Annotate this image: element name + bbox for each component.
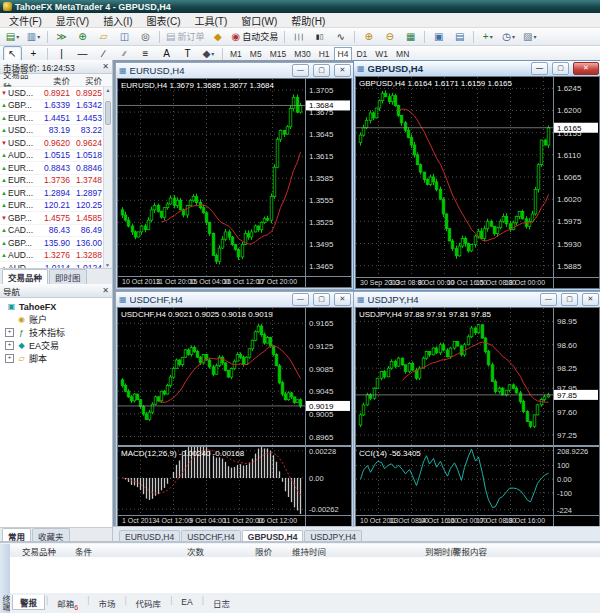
terminal-tab-3[interactable]: 代码库 (128, 595, 170, 611)
navigator-item-0[interactable]: ▣TahoeFX (0, 300, 112, 313)
market-watch-row[interactable]: ▲EUR...1.28941.2897 (0, 187, 112, 200)
new-order-button[interactable]: ▤新订单 (164, 29, 206, 45)
close-icon[interactable]: ✕ (102, 286, 109, 295)
templates-button[interactable]: ▨▾ (520, 29, 539, 45)
profiles-button[interactable]: ▥▾ (24, 29, 43, 45)
tile-windows-button[interactable]: ▦ (401, 29, 420, 45)
minimize-button[interactable]: — (531, 62, 548, 75)
maximize-button[interactable]: ▢ (561, 293, 578, 306)
market-watch-row[interactable]: ▲AUD...1.01141.0124 (0, 262, 112, 268)
minimize-button[interactable]: — (540, 293, 557, 306)
bar-chart-button[interactable]: ∣∣∣ (289, 29, 308, 45)
terminal-column-6[interactable]: 警报内容 (453, 545, 487, 557)
navigator-item-4[interactable]: +▱脚本 (0, 352, 112, 365)
market-watch-scrollbar[interactable]: ▲▼ (103, 87, 112, 268)
chart-shift-button[interactable]: ≫ (52, 29, 71, 45)
cascade-windows-button[interactable]: ▣ (429, 29, 448, 45)
terminal-column-3[interactable]: 限价 (255, 545, 272, 557)
market-watch-row[interactable]: ▲AUD...1.32761.3288 (0, 250, 112, 263)
indicators-window-button[interactable]: ◫ (115, 29, 134, 45)
terminal-tab-0[interactable]: 警报 (12, 595, 45, 610)
terminal-tab-5[interactable]: 日志 (205, 595, 238, 611)
chevron-down-icon[interactable]: ▾ (512, 31, 515, 43)
metaeditor-button[interactable]: ◆ (208, 29, 227, 45)
autotrading-button[interactable]: ◉自动交易 (229, 29, 280, 45)
close-button[interactable]: ✕ (582, 293, 599, 306)
menu-item-0[interactable]: 文件(F) (2, 13, 49, 28)
chart-window-titlebar[interactable]: ▦GBPUSD,H4—▢✕ (354, 61, 600, 76)
market-watch-row[interactable]: ▲GBP...1.63391.6342 (0, 100, 112, 113)
chart-window-usdchf[interactable]: ▦USDCHF,H4—▢✕0.91650.91250.90850.90450.9… (115, 291, 354, 529)
market-watch-row[interactable]: ▲EUR...1.44511.4453 (0, 112, 112, 125)
chevron-down-icon[interactable]: ▾ (211, 48, 214, 60)
new-chart-button[interactable]: ▤▾ (3, 29, 22, 45)
market-watch-row[interactable]: ▼USD...0.89210.8925 (0, 87, 112, 100)
add-indicator-button[interactable]: +▾ (478, 29, 497, 45)
menu-item-2[interactable]: 插入(I) (96, 13, 139, 28)
expand-icon[interactable]: + (5, 341, 14, 350)
navigator-item-3[interactable]: +◆EA交易 (0, 339, 112, 352)
chevron-down-icon[interactable]: ▾ (490, 31, 493, 43)
chevron-down-icon[interactable]: ▾ (16, 31, 19, 43)
market-watch-row[interactable]: ▼USD...0.96200.9624 (0, 137, 112, 150)
market-watch-row[interactable]: ▲EUR...0.88430.8846 (0, 162, 112, 175)
zoom-window-icon: ◎ (141, 31, 150, 43)
market-watch-row[interactable]: ▲AUD...1.05151.0518 (0, 150, 112, 163)
terminal-tab-1[interactable]: 邮箱6 (49, 595, 86, 613)
chart-area[interactable]: 1.62451.62001.61551.61101.60651.60201.59… (355, 76, 600, 289)
chart-area[interactable]: 98.9598.6098.2597.9597.6097.2597.85USDJP… (355, 307, 600, 527)
maximize-button[interactable]: ▢ (552, 62, 569, 75)
chevron-down-icon[interactable]: ▾ (37, 31, 40, 43)
close-button[interactable]: ✕ (573, 62, 599, 75)
objects-list-button[interactable]: ▱ (94, 29, 113, 45)
minimize-button[interactable]: — (292, 293, 309, 306)
periods-button[interactable]: ◷▾ (499, 29, 518, 45)
zoom-window-button[interactable]: ◎ (136, 29, 155, 45)
terminal-column-2[interactable]: 次数 (187, 545, 204, 557)
market-watch-row[interactable]: ▲EUR...120.21120.25 (0, 200, 112, 213)
market-watch-tab-1[interactable]: 即时图 (49, 269, 87, 284)
market-watch-row[interactable]: ▲CAD...86.4386.49 (0, 225, 112, 238)
terminal-column-0[interactable]: 交易品种 (22, 545, 56, 557)
terminal-column-4[interactable]: 维持时间 (292, 545, 326, 557)
expand-icon[interactable]: + (5, 328, 14, 337)
close-button[interactable]: ✕ (334, 293, 351, 306)
zoom-out-button[interactable]: ⊖ (380, 29, 399, 45)
chart-window-titlebar[interactable]: ▦USDJPY,H4—▢✕ (354, 292, 600, 307)
candle-chart-button[interactable]: ▮▯ (310, 29, 329, 45)
chart-area[interactable]: 0.91650.91250.90850.90450.90050.89650.90… (117, 307, 352, 527)
navigator-item-1[interactable]: ◉账户 (0, 313, 112, 326)
chart-window-titlebar[interactable]: ▦USDCHF,H4—▢✕ (116, 292, 353, 307)
terminal-column-1[interactable]: 条件 (75, 545, 92, 557)
close-button[interactable]: ✕ (334, 64, 351, 77)
menu-item-4[interactable]: 工具(T) (187, 13, 234, 28)
chart-window-eurusd[interactable]: ▦EURUSD,H4—▢✕1.37051.36751.36451.36151.3… (115, 62, 354, 290)
market-watch-row[interactable]: ▼GBP...1.45751.4585 (0, 212, 112, 225)
minimize-button[interactable]: — (292, 64, 309, 77)
chart-window-titlebar[interactable]: ▦EURUSD,H4—▢✕ (116, 63, 353, 78)
chart-area[interactable]: 1.37051.36751.36451.36151.35851.35551.35… (117, 78, 352, 288)
arrange-windows-button[interactable]: ▤ (450, 29, 469, 45)
market-watch-row[interactable]: ▲GBP...135.90136.00 (0, 237, 112, 250)
menu-item-5[interactable]: 窗口(W) (234, 13, 284, 28)
maximize-button[interactable]: ▢ (313, 64, 330, 77)
expand-icon[interactable]: + (5, 354, 14, 363)
autoscroll-button[interactable]: ⊕ (73, 29, 92, 45)
menu-item-1[interactable]: 显示(V) (49, 13, 96, 28)
market-watch-row[interactable]: ▲EUR...1.37361.3748 (0, 175, 112, 188)
menu-item-3[interactable]: 图表(C) (140, 13, 188, 28)
terminal-tab-4[interactable]: EA (173, 595, 200, 609)
zoom-in-button[interactable]: ⊕ (359, 29, 378, 45)
alerts-table-body[interactable] (10, 557, 600, 595)
market-watch-tab-0[interactable]: 交易品种 (2, 269, 48, 284)
menu-item-6[interactable]: 帮助(H) (284, 13, 332, 28)
close-icon[interactable]: ✕ (102, 62, 109, 71)
chart-window-gbpusd[interactable]: ▦GBPUSD,H4—▢✕1.62451.62001.61551.61101.6… (353, 60, 600, 291)
maximize-button[interactable]: ▢ (313, 293, 330, 306)
navigator-item-2[interactable]: +ƒ技术指标 (0, 326, 112, 339)
chart-window-usdjpy[interactable]: ▦USDJPY,H4—▢✕98.9598.6098.2597.9597.6097… (353, 291, 600, 529)
chevron-down-icon[interactable]: ▾ (533, 31, 536, 43)
terminal-tab-2[interactable]: 市场 (90, 595, 123, 611)
line-chart-button[interactable]: ∿ (331, 29, 350, 45)
market-watch-row[interactable]: ▲USD...83.1983.22 (0, 125, 112, 138)
